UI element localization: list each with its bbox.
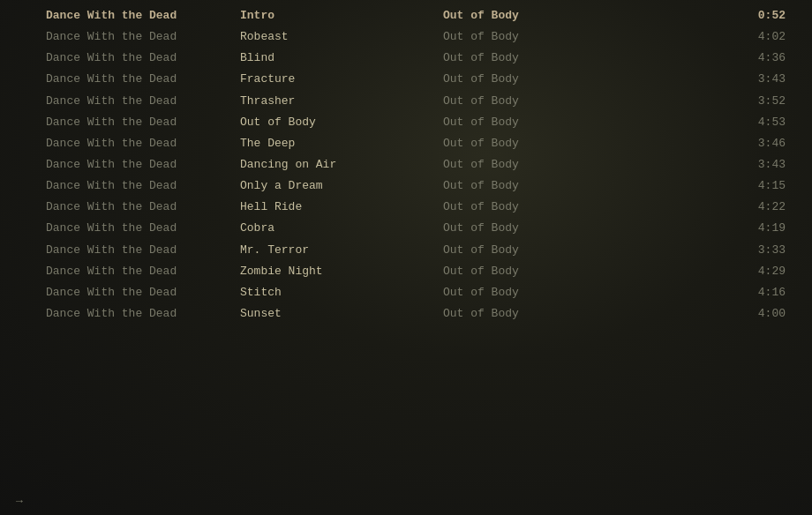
track-album: Out of Body xyxy=(443,156,637,174)
track-duration: 3:52 xyxy=(637,93,794,110)
track-row[interactable]: Dance With the DeadMr. TerrorOut of Body… xyxy=(0,240,812,261)
track-row[interactable]: Dance With the DeadStitchOut of Body4:16 xyxy=(0,282,812,303)
track-list-header: Dance With the Dead Intro Out of Body 0:… xyxy=(0,5,812,26)
track-album: Out of Body xyxy=(443,28,637,46)
track-duration: 3:43 xyxy=(637,71,794,88)
track-duration: 4:19 xyxy=(637,220,794,237)
track-title: Blind xyxy=(240,49,443,67)
track-title: The Deep xyxy=(240,135,443,153)
bottom-arrow: → xyxy=(16,495,23,508)
track-artist: Dance With the Dead xyxy=(46,220,240,237)
track-album: Out of Body xyxy=(443,198,637,216)
track-row[interactable]: Dance With the DeadBlindOut of Body4:36 xyxy=(0,48,812,69)
track-row[interactable]: Dance With the DeadThrasherOut of Body3:… xyxy=(0,91,812,112)
track-album: Out of Body xyxy=(443,71,637,88)
track-duration: 4:53 xyxy=(637,114,794,131)
track-artist: Dance With the Dead xyxy=(46,49,240,67)
track-artist: Dance With the Dead xyxy=(46,156,240,174)
track-artist: Dance With the Dead xyxy=(46,135,240,153)
track-title: Hell Ride xyxy=(240,198,443,216)
track-album: Out of Body xyxy=(443,49,637,67)
track-artist: Dance With the Dead xyxy=(46,71,240,88)
track-title: Only a Dream xyxy=(240,177,443,195)
track-duration: 4:15 xyxy=(637,177,794,195)
track-title: Sunset xyxy=(240,305,443,323)
track-title: Cobra xyxy=(240,220,443,237)
track-title: Out of Body xyxy=(240,114,443,131)
track-artist: Dance With the Dead xyxy=(46,242,240,259)
track-album: Out of Body xyxy=(443,284,637,302)
track-album: Out of Body xyxy=(443,263,637,280)
track-duration: 4:36 xyxy=(637,49,794,67)
track-title: Fracture xyxy=(240,71,443,88)
track-album: Out of Body xyxy=(443,114,637,131)
track-row[interactable]: Dance With the DeadHell RideOut of Body4… xyxy=(0,197,812,218)
track-album: Out of Body xyxy=(443,177,637,195)
track-title: Dancing on Air xyxy=(240,156,443,174)
header-title: Intro xyxy=(240,7,443,25)
track-artist: Dance With the Dead xyxy=(46,93,240,110)
track-artist: Dance With the Dead xyxy=(46,198,240,216)
track-row[interactable]: Dance With the DeadRobeastOut of Body4:0… xyxy=(0,26,812,48)
track-title: Robeast xyxy=(240,28,443,46)
track-row[interactable]: Dance With the DeadZombie NightOut of Bo… xyxy=(0,261,812,282)
track-row[interactable]: Dance With the DeadOnly a DreamOut of Bo… xyxy=(0,175,812,197)
track-album: Out of Body xyxy=(443,305,637,323)
track-album: Out of Body xyxy=(443,135,637,153)
track-artist: Dance With the Dead xyxy=(46,177,240,195)
track-album: Out of Body xyxy=(443,93,637,110)
track-title: Thrasher xyxy=(240,93,443,110)
track-duration: 3:43 xyxy=(637,156,794,174)
track-duration: 3:33 xyxy=(637,242,794,259)
track-row[interactable]: Dance With the DeadThe DeepOut of Body3:… xyxy=(0,133,812,154)
header-album: Out of Body xyxy=(443,7,637,25)
track-row[interactable]: Dance With the DeadSunsetOut of Body4:00 xyxy=(0,303,812,325)
track-artist: Dance With the Dead xyxy=(46,263,240,280)
track-row[interactable]: Dance With the DeadOut of BodyOut of Bod… xyxy=(0,112,812,133)
track-duration: 4:00 xyxy=(637,305,794,323)
track-row[interactable]: Dance With the DeadCobraOut of Body4:19 xyxy=(0,218,812,239)
track-row[interactable]: Dance With the DeadDancing on AirOut of … xyxy=(0,154,812,175)
header-duration: 0:52 xyxy=(637,7,794,25)
track-row[interactable]: Dance With the DeadFractureOut of Body3:… xyxy=(0,69,812,90)
track-duration: 4:22 xyxy=(637,198,794,216)
track-album: Out of Body xyxy=(443,220,637,237)
track-artist: Dance With the Dead xyxy=(46,114,240,131)
track-artist: Dance With the Dead xyxy=(46,305,240,323)
track-album: Out of Body xyxy=(443,242,637,259)
track-duration: 4:29 xyxy=(637,263,794,280)
track-duration: 4:16 xyxy=(637,284,794,302)
track-title: Zombie Night xyxy=(240,263,443,280)
track-duration: 3:46 xyxy=(637,135,794,153)
header-artist: Dance With the Dead xyxy=(46,7,240,25)
track-duration: 4:02 xyxy=(637,28,794,46)
track-title: Stitch xyxy=(240,284,443,302)
track-artist: Dance With the Dead xyxy=(46,284,240,302)
track-title: Mr. Terror xyxy=(240,242,443,259)
track-artist: Dance With the Dead xyxy=(46,28,240,46)
track-list: Dance With the Dead Intro Out of Body 0:… xyxy=(0,0,812,330)
